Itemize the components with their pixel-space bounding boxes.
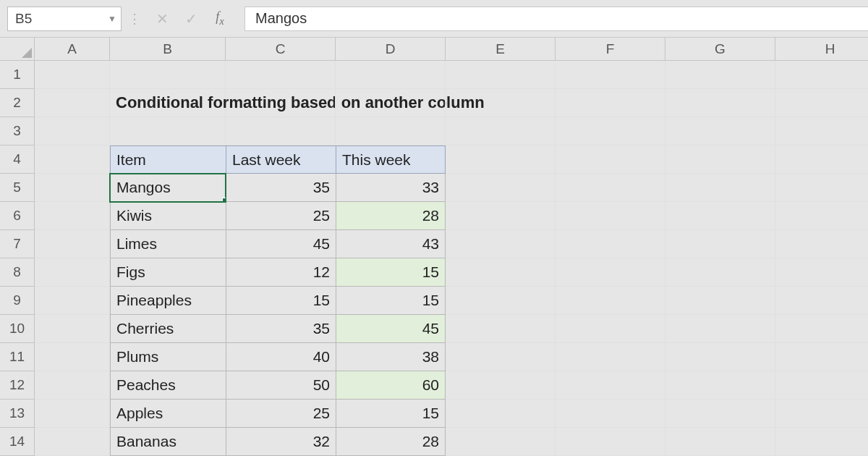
table-cell-this-week[interactable]: 28: [336, 202, 446, 230]
cell[interactable]: [446, 400, 556, 428]
cell[interactable]: [446, 145, 556, 174]
table-cell-last-week[interactable]: 25: [226, 202, 336, 230]
row-header[interactable]: 9: [0, 287, 35, 315]
cell[interactable]: [35, 89, 110, 117]
row-header[interactable]: 14: [0, 428, 35, 456]
cell[interactable]: [775, 174, 868, 202]
cell[interactable]: [556, 61, 665, 89]
table-cell-last-week[interactable]: 35: [226, 315, 336, 343]
cell[interactable]: [775, 400, 868, 428]
cell[interactable]: [556, 174, 665, 202]
cell[interactable]: [775, 287, 868, 315]
table-cell-this-week[interactable]: 45: [336, 315, 446, 343]
row-header[interactable]: 5: [0, 174, 35, 202]
cell[interactable]: [446, 428, 556, 456]
column-header[interactable]: C: [226, 38, 336, 61]
cell[interactable]: [35, 61, 110, 89]
column-header[interactable]: G: [665, 38, 775, 61]
cell[interactable]: [226, 61, 336, 89]
table-cell-item[interactable]: Plums: [110, 343, 226, 371]
cell[interactable]: [110, 61, 226, 89]
cell[interactable]: [775, 230, 868, 258]
formula-input[interactable]: Mangos: [244, 7, 868, 31]
cell[interactable]: [556, 202, 665, 230]
row-header[interactable]: 6: [0, 202, 35, 230]
cell[interactable]: [35, 174, 110, 202]
cell[interactable]: [556, 145, 665, 174]
cell[interactable]: [446, 202, 556, 230]
column-header[interactable]: E: [446, 38, 556, 61]
column-header[interactable]: D: [336, 38, 446, 61]
cell[interactable]: [446, 287, 556, 315]
cell[interactable]: [665, 343, 775, 371]
cell[interactable]: [775, 315, 868, 343]
cell[interactable]: [35, 343, 110, 371]
cell[interactable]: [665, 117, 775, 145]
cell[interactable]: [775, 202, 868, 230]
cell[interactable]: [35, 371, 110, 400]
cancel-formula-button[interactable]: ✕: [148, 7, 176, 31]
cell[interactable]: [556, 287, 665, 315]
cell[interactable]: [446, 315, 556, 343]
column-header[interactable]: H: [775, 38, 868, 61]
cell[interactable]: [556, 117, 665, 145]
cell[interactable]: [35, 230, 110, 258]
cell[interactable]: [775, 371, 868, 400]
table-cell-this-week[interactable]: 15: [336, 287, 446, 315]
column-header[interactable]: B: [110, 38, 226, 61]
cell[interactable]: [556, 428, 665, 456]
cell[interactable]: [665, 371, 775, 400]
row-header[interactable]: 13: [0, 400, 35, 428]
cell[interactable]: [556, 315, 665, 343]
cell[interactable]: [665, 89, 775, 117]
row-header[interactable]: 12: [0, 371, 35, 400]
cell[interactable]: [775, 343, 868, 371]
cell[interactable]: [336, 117, 446, 145]
cell[interactable]: [110, 117, 226, 145]
cell[interactable]: [336, 61, 446, 89]
table-cell-last-week[interactable]: 15: [226, 287, 336, 315]
chevron-down-icon[interactable]: ▼: [108, 14, 116, 24]
select-all-corner[interactable]: [0, 38, 35, 61]
cell[interactable]: [35, 145, 110, 174]
column-header[interactable]: F: [556, 38, 665, 61]
table-cell-item[interactable]: Limes: [110, 230, 226, 258]
row-header[interactable]: 7: [0, 230, 35, 258]
table-cell-last-week[interactable]: 25: [226, 400, 336, 428]
table-header[interactable]: Item: [110, 145, 226, 174]
table-header[interactable]: Last week: [226, 145, 336, 174]
table-cell-this-week[interactable]: 38: [336, 343, 446, 371]
table-cell-last-week[interactable]: 12: [226, 258, 336, 287]
cell[interactable]: [446, 230, 556, 258]
cell[interactable]: [35, 315, 110, 343]
table-cell-last-week[interactable]: 50: [226, 371, 336, 400]
table-cell-item[interactable]: Kiwis: [110, 202, 226, 230]
table-cell-this-week[interactable]: 60: [336, 371, 446, 400]
cell[interactable]: [446, 117, 556, 145]
table-header[interactable]: This week: [336, 145, 446, 174]
selected-cell[interactable]: Mangos: [110, 174, 226, 202]
cell[interactable]: [775, 117, 868, 145]
cell[interactable]: [775, 258, 868, 287]
cell[interactable]: [556, 343, 665, 371]
page-title[interactable]: Conditional formatting based on another …: [110, 89, 226, 117]
cell[interactable]: [556, 258, 665, 287]
row-header[interactable]: 8: [0, 258, 35, 287]
row-header[interactable]: 3: [0, 117, 35, 145]
cell[interactable]: [775, 89, 868, 117]
cell[interactable]: [665, 258, 775, 287]
table-cell-item[interactable]: Figs: [110, 258, 226, 287]
table-cell-this-week[interactable]: 43: [336, 230, 446, 258]
cell[interactable]: [35, 258, 110, 287]
cell[interactable]: [446, 89, 556, 117]
cell[interactable]: [665, 400, 775, 428]
cell[interactable]: [665, 428, 775, 456]
row-header[interactable]: 10: [0, 315, 35, 343]
table-cell-last-week[interactable]: 35: [226, 174, 336, 202]
row-header[interactable]: 11: [0, 343, 35, 371]
cell[interactable]: [446, 174, 556, 202]
table-cell-this-week[interactable]: 15: [336, 258, 446, 287]
cell[interactable]: [226, 89, 336, 117]
cell[interactable]: [35, 287, 110, 315]
table-cell-last-week[interactable]: 45: [226, 230, 336, 258]
